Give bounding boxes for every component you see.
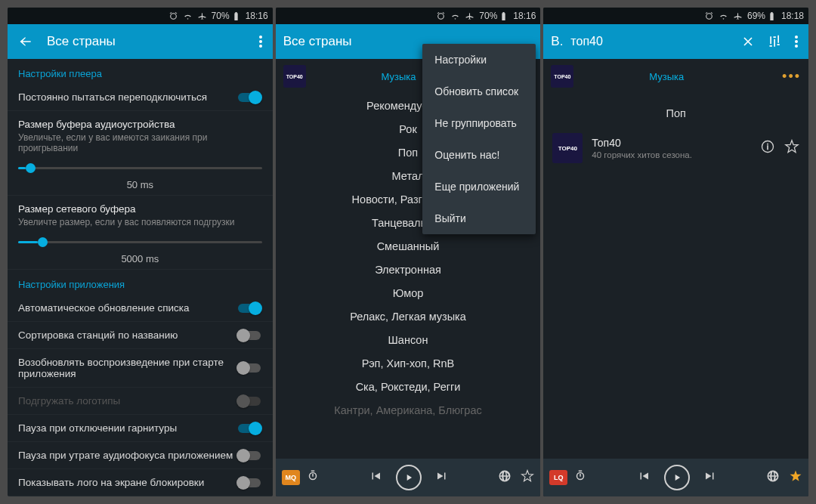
screen-settings: 70% 18:16 Все страны Настройки плеера По… bbox=[8, 8, 273, 496]
battery-icon bbox=[231, 11, 241, 21]
appbar: Все страны bbox=[8, 24, 273, 59]
appbar-title-truncated: В... bbox=[551, 34, 564, 49]
appbar: В... bbox=[543, 24, 808, 59]
appbar-title: Все страны bbox=[47, 34, 246, 49]
equalizer-icon[interactable] bbox=[765, 31, 786, 52]
category-item[interactable]: Смешанный bbox=[377, 234, 440, 258]
globe-icon[interactable] bbox=[766, 469, 780, 486]
result-category-header: Поп bbox=[543, 94, 808, 127]
category-item[interactable]: Юмор bbox=[393, 281, 424, 305]
row-audio-buffer[interactable]: Размер буфера аудиоустройства Увеличьте,… bbox=[8, 111, 273, 196]
battery-icon bbox=[499, 11, 508, 21]
category-item[interactable]: Кантри, Американа, Блюграс bbox=[334, 398, 481, 422]
overflow-menu-button[interactable] bbox=[792, 32, 801, 51]
station-subtitle: 40 горячих хитов сезона. bbox=[592, 150, 751, 159]
row-autoupdate[interactable]: Автоматическое обновление списка bbox=[8, 295, 273, 322]
group-logo: TOP40 bbox=[283, 65, 306, 88]
back-button[interactable] bbox=[15, 31, 36, 52]
menu-item-ungroup[interactable]: Не группировать bbox=[422, 107, 536, 139]
status-bar: 70% 18:16 bbox=[276, 8, 541, 24]
status-time: 18:18 bbox=[781, 11, 804, 21]
menu-item-settings[interactable]: Настройки bbox=[422, 44, 536, 76]
star-icon[interactable] bbox=[784, 139, 799, 157]
station-logo: TOP40 bbox=[552, 133, 583, 163]
station-row[interactable]: TOP40 Топ40 40 горячих хитов сезона. bbox=[543, 127, 808, 169]
station-title: Топ40 bbox=[592, 137, 751, 149]
airplane-icon bbox=[465, 11, 474, 21]
airplane-icon bbox=[733, 11, 743, 21]
toggle-pause-focus[interactable] bbox=[236, 449, 262, 462]
quality-badge[interactable]: LQ bbox=[549, 470, 567, 485]
section-header-app: Настройки приложения bbox=[8, 270, 273, 295]
category-item[interactable]: Рок bbox=[399, 117, 416, 141]
row-pause-headset[interactable]: Пауза при отключении гарнитуры bbox=[8, 415, 273, 442]
category-item[interactable]: Поп bbox=[398, 141, 418, 164]
screen-categories: 70% 18:16 Все страны TOP40 Музыка ••• Ре… bbox=[276, 8, 541, 496]
star-icon[interactable] bbox=[789, 469, 802, 486]
wifi-icon bbox=[450, 11, 460, 21]
globe-icon[interactable] bbox=[498, 469, 512, 486]
prev-button[interactable] bbox=[369, 469, 382, 486]
alarm-icon bbox=[168, 11, 178, 21]
category-item[interactable]: Рэп, Хип-хоп, RnB bbox=[362, 351, 454, 375]
group-header[interactable]: TOP40 Музыка ••• bbox=[543, 59, 808, 94]
battery-indicator: 70% bbox=[212, 11, 241, 21]
settings-list[interactable]: Настройки плеера Постоянно пытаться пере… bbox=[8, 59, 273, 496]
menu-item-moreapps[interactable]: Еще приложений bbox=[422, 171, 536, 203]
category-item[interactable]: Релакс, Легкая музыка bbox=[350, 305, 466, 328]
info-icon[interactable] bbox=[760, 139, 775, 157]
timer-icon[interactable] bbox=[573, 469, 587, 486]
star-icon[interactable] bbox=[521, 469, 534, 486]
group-more-icon[interactable]: ••• bbox=[782, 69, 801, 85]
row-reconnect[interactable]: Постоянно пытаться переподключиться bbox=[8, 84, 273, 111]
status-time: 18:16 bbox=[246, 11, 268, 21]
toggle-autoupdate[interactable] bbox=[236, 301, 262, 315]
category-item[interactable]: Шансон bbox=[388, 328, 428, 351]
prev-button[interactable] bbox=[637, 469, 651, 486]
timer-icon[interactable] bbox=[306, 469, 320, 486]
status-bar: 69% 18:18 bbox=[543, 8, 808, 24]
row-lockscreen[interactable]: Показывать лого на экране блокировки bbox=[8, 469, 273, 496]
row-pause-focus[interactable]: Пауза при утрате аудиофокуса приложением bbox=[8, 442, 273, 469]
menu-item-rate[interactable]: Оценить нас! bbox=[422, 139, 536, 171]
slider-net-buffer[interactable] bbox=[18, 235, 262, 250]
category-item[interactable]: Электронная bbox=[375, 258, 441, 281]
slider-audio-buffer[interactable] bbox=[18, 161, 262, 176]
next-button[interactable] bbox=[703, 469, 717, 486]
toggle-resume[interactable] bbox=[236, 361, 262, 375]
row-sort[interactable]: Сортировка станций по названию bbox=[8, 322, 273, 349]
group-title: Музыка bbox=[573, 71, 782, 82]
wifi-icon bbox=[719, 11, 728, 21]
section-header-player: Настройки плеера bbox=[8, 59, 273, 84]
toggle-loadlogos bbox=[236, 394, 262, 408]
category-item[interactable]: Метал bbox=[392, 164, 425, 187]
toggle-reconnect[interactable] bbox=[236, 91, 262, 104]
toggle-lockscreen[interactable] bbox=[236, 476, 262, 490]
status-time: 18:16 bbox=[513, 11, 536, 21]
player-bar: LQ bbox=[543, 459, 808, 496]
wifi-icon bbox=[183, 11, 193, 21]
play-button[interactable] bbox=[396, 465, 422, 490]
airplane-icon bbox=[197, 11, 207, 21]
alarm-icon bbox=[436, 11, 446, 21]
menu-item-refresh[interactable]: Обновить список bbox=[422, 76, 536, 107]
overflow-menu-button[interactable] bbox=[256, 32, 265, 51]
category-item[interactable]: Ска, Рокстеди, Регги bbox=[356, 375, 461, 398]
screen-search: 69% 18:18 В... TOP40 Музыка ••• Поп TOP4… bbox=[543, 8, 808, 496]
toggle-sort[interactable] bbox=[236, 329, 262, 342]
search-input[interactable] bbox=[570, 35, 731, 48]
overflow-menu: Настройки Обновить список Не группироват… bbox=[422, 44, 536, 234]
status-bar: 70% 18:16 bbox=[8, 8, 273, 24]
toggle-pause-headset[interactable] bbox=[236, 422, 262, 435]
alarm-icon bbox=[704, 11, 714, 21]
player-bar: MQ bbox=[276, 459, 541, 496]
quality-badge[interactable]: MQ bbox=[282, 470, 300, 485]
play-button[interactable] bbox=[664, 465, 690, 490]
row-resume[interactable]: Возобновлять воспроизведение при старте … bbox=[8, 349, 273, 388]
menu-item-exit[interactable]: Выйти bbox=[422, 203, 536, 234]
clear-search-button[interactable] bbox=[737, 31, 759, 52]
battery-icon bbox=[767, 11, 777, 21]
next-button[interactable] bbox=[435, 469, 449, 486]
row-net-buffer[interactable]: Размер сетевого буфера Увеличте размер, … bbox=[8, 196, 273, 270]
row-loadlogos: Подгружать логотипы bbox=[8, 388, 273, 415]
